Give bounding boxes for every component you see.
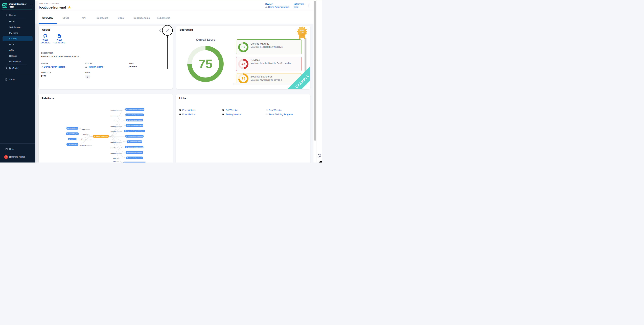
svg-text:system:Platform_Demo: system:Platform_Demo <box>69 133 78 134</box>
svg-text:component:boutique-productcata: component:boutique-productcatalogservice <box>126 130 144 132</box>
svg-text:/ partOf: / partOf <box>116 161 119 162</box>
svg-text:/ ownedBy: / ownedBy <box>85 129 90 130</box>
svg-text:component:boutique-loadgenerat: component:boutique-loadgenerator <box>128 152 142 153</box>
svg-text:api:petstore: api:petstore <box>71 138 76 140</box>
svg-text:hasPart: hasPart <box>113 136 116 137</box>
svg-text:/ partOf: / partOf <box>116 120 119 121</box>
svg-text:/ partOf: / partOf <box>86 134 89 135</box>
svg-text:dependsOn: dependsOn <box>110 142 116 143</box>
svg-text:/ dependencyOf: / dependencyOf <box>116 110 122 111</box>
svg-text:hasPart: hasPart <box>113 120 116 121</box>
svg-text:/ providesApi: / providesApi <box>86 139 92 140</box>
svg-text:dependsOn: dependsOn <box>110 131 116 132</box>
svg-text:/ dependencyOf: / dependencyOf <box>116 131 122 132</box>
svg-text:component:boutique-frontend: component:boutique-frontend <box>96 136 108 137</box>
svg-text:component:boutique-redisservic: component:boutique-redisservice <box>129 120 142 121</box>
svg-text:/ dependencyOf: / dependencyOf <box>116 116 122 117</box>
svg-text:dependsOn: dependsOn <box>110 153 116 154</box>
svg-text:component:boutique-checkoutser: component:boutique-checkoutservice <box>128 147 143 148</box>
svg-text:apiProvidedBy: apiProvidedBy <box>80 145 86 146</box>
svg-text:/ partOf: / partOf <box>116 158 119 159</box>
svg-text:dependsOn: dependsOn <box>110 147 116 148</box>
svg-text:dependsOn: dependsOn <box>110 126 116 127</box>
svg-text:/ providesApi: / providesApi <box>86 145 92 146</box>
svg-text:component:boutique-paymentserv: component:boutique-paymentservice <box>128 114 143 116</box>
svg-text:api:starwars-graphql: api:starwars-graphql <box>69 144 78 145</box>
svg-text:/ dependencyOf: / dependencyOf <box>116 153 122 154</box>
svg-text:hasPart: hasPart <box>82 134 86 135</box>
svg-text:dependsOn: dependsOn <box>110 116 116 117</box>
svg-text:/ dependencyOf: / dependencyOf <box>116 142 122 143</box>
svg-text:ownerOf: ownerOf <box>82 129 85 130</box>
svg-text:/ dependencyOf: / dependencyOf <box>116 126 122 127</box>
svg-text:hasPart: hasPart <box>113 158 116 159</box>
svg-text:/ partOf: / partOf <box>116 136 119 137</box>
svg-text:component:boutique-adservice: component:boutique-adservice <box>130 141 141 142</box>
svg-text:Tier: Tier <box>301 32 304 33</box>
svg-text:component:boutique-cartservice: component:boutique-cartservice <box>129 157 142 159</box>
svg-text:hasPart: hasPart <box>113 161 116 162</box>
svg-text:component:boutique-currencyser: component:boutique-currencyservice <box>128 109 144 110</box>
svg-text:Demo Administrators: Demo Administrators <box>69 128 78 129</box>
svg-text:component:boutique-shippingser: component:boutique-shippingservice <box>128 136 143 137</box>
svg-text:dependsOn: dependsOn <box>110 110 116 111</box>
svg-text:component:boutique-emailservic: component:boutique-emailservice <box>128 125 143 126</box>
svg-text:Gold: Gold <box>300 30 304 31</box>
svg-text:/ dependencyOf: / dependencyOf <box>116 147 122 148</box>
svg-text:apiProvidedBy: apiProvidedBy <box>80 139 86 140</box>
